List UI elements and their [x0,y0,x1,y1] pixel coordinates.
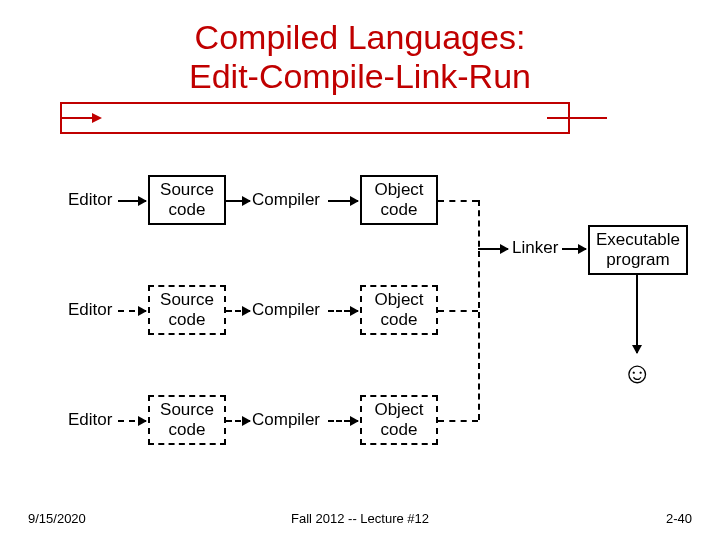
executable-box: Executable program [588,225,688,275]
title-line-1: Compiled Languages: [195,18,526,56]
title-arrow-icon [62,117,100,119]
editor-label-3: Editor [68,410,112,430]
arrow-icon [562,248,586,250]
dashed-arrow-icon [328,420,358,422]
dashed-arrow-icon [118,420,146,422]
object-code-box-1: Object code [360,175,438,225]
linker-label: Linker [512,238,558,258]
arrow-icon [328,200,358,202]
compiler-label-2: Compiler [252,300,320,320]
compiler-label-3: Compiler [252,410,320,430]
editor-label-1: Editor [68,190,112,210]
source-code-box-1: Source code [148,175,226,225]
source-code-box-2: Source code [148,285,226,335]
connector-line [438,310,478,312]
compiler-label-1: Compiler [252,190,320,210]
slide-title: Compiled Languages: Edit-Compile-Link-Ru… [0,18,720,96]
dashed-arrow-icon [118,310,146,312]
footer-page-number: 2-40 [666,511,692,526]
dashed-arrow-icon [226,420,250,422]
dashed-arrow-icon [328,310,358,312]
connector-line [438,420,478,422]
slide: Compiled Languages: Edit-Compile-Link-Ru… [0,0,720,540]
title-right-line [547,117,607,119]
object-code-box-2: Object code [360,285,438,335]
arrow-icon [118,200,146,202]
dashed-arrow-icon [226,310,250,312]
arrow-icon [478,248,508,250]
source-code-box-3: Source code [148,395,226,445]
arrow-icon [226,200,250,202]
arrow-down-icon [636,275,638,353]
smiley-icon: ☺ [622,356,653,390]
title-underline-box [60,102,570,134]
connector-vertical-line [478,200,480,420]
footer-lecture: Fall 2012 -- Lecture #12 [0,511,720,526]
connector-line [438,200,478,202]
title-line-2: Edit-Compile-Link-Run [189,57,531,95]
object-code-box-3: Object code [360,395,438,445]
editor-label-2: Editor [68,300,112,320]
